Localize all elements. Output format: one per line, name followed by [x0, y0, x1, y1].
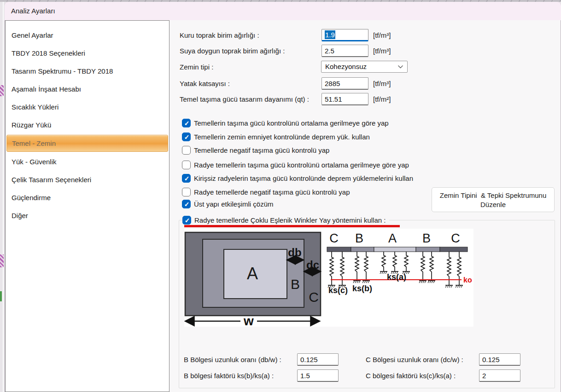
background-divider: [3, 2, 4, 392]
ks-b-label: ks(b): [352, 284, 372, 293]
zemin-tipi-spektrum-duzenle-button[interactable]: Zemin Tipini & Tepki Spektrumunu Düzenle: [432, 187, 555, 212]
unit-label: [tf/m²]: [373, 93, 391, 105]
label-yatak-katsayisi: Yatak katsayısı :: [180, 77, 230, 90]
zone-label: C: [451, 231, 460, 245]
input-yatak-katsayisi[interactable]: [321, 77, 368, 90]
label-dc-w: C Bölgesi uzunluk oranı (dc/w) :: [366, 353, 463, 366]
checkbox-row-negatif-tasima[interactable]: Temellerde negatif taşıma gücü kontrolü …: [182, 145, 329, 155]
input-doygun-birim-agirlik[interactable]: [321, 45, 368, 57]
checkbox-icon[interactable]: [182, 119, 191, 127]
region-a-label: A: [247, 264, 258, 283]
bar-segment-a: [374, 247, 416, 252]
zone-label: C: [329, 231, 339, 245]
checkbox-label: Kirişsiz radyelerin taşıma gücü kontrolü…: [194, 174, 413, 182]
checkbox-row-coklu-winkler[interactable]: Radye temellerde Çoklu Eşlenik Winkler Y…: [182, 215, 389, 225]
dialog-title: Analiz Ayarları: [5, 2, 561, 20]
input-ks-b[interactable]: [297, 369, 339, 382]
checkbox-row-radye-negatif[interactable]: Radye temellerde negatif taşıma gücü kon…: [182, 187, 350, 196]
checkbox-label: Temellerin taşıma gücü kontrolünü ortala…: [194, 119, 389, 127]
checkbox-row-zemin-emniyet[interactable]: Temellerin zemin emniyet kontrolünde dep…: [182, 132, 370, 141]
bar-segment-b: [351, 247, 374, 252]
zone-label: A: [388, 231, 397, 245]
winkler-diagram: A B C db dc w C B A B C ko ks(c) ks(b) k…: [184, 229, 473, 327]
input-qt[interactable]: [321, 93, 368, 105]
label-qt: Temel taşıma gücü tasarım dayanımı (qt) …: [180, 93, 309, 105]
label-db-w: B Bölgesi uzunluk oranı (db/w) :: [184, 353, 281, 366]
red-annotation-line: [184, 225, 400, 227]
checkbox-label: Üst yapı etkileşimli çözüm: [194, 200, 274, 208]
checkbox-icon[interactable]: [182, 216, 191, 225]
checkbox-icon[interactable]: [182, 133, 191, 141]
dim-dc-label: dc: [306, 259, 319, 271]
sidebar-item-tasarim-spektrumu[interactable]: Tasarım Spektrumu - TBDY 2018: [6, 62, 169, 80]
bar-segment-b: [416, 247, 440, 252]
label-doygun-birim-agirlik: Suya doygun toprak birim ağırlığı :: [180, 45, 285, 57]
checkbox-icon[interactable]: [182, 146, 191, 155]
sidebar-item-sicaklik-yukleri[interactable]: Sıcaklık Yükleri: [6, 98, 169, 116]
sidebar-item-asamali-insaat[interactable]: Aşamalı İnşaat Hesabı: [6, 80, 169, 98]
dim-db-label: db: [288, 246, 301, 259]
label-ks-b: B bölgesi faktörü ks(b)/ks(a) :: [184, 369, 274, 382]
zone-label: B: [422, 231, 431, 245]
sidebar-item-tbdy-2018[interactable]: TBDY 2018 Seçenekleri: [6, 44, 169, 62]
checkbox-label: Temellerde negatif taşıma gücü kontrolü …: [194, 146, 329, 154]
input-ks-c[interactable]: [479, 369, 520, 382]
input-db-w[interactable]: [297, 353, 339, 366]
sidebar-item-yuk-guvenlik[interactable]: Yük - Güvenlik: [6, 153, 169, 171]
sidebar-item-guclendirme[interactable]: Güçlendirme: [6, 189, 169, 207]
checkbox-label: Radye temellerde negatif taşıma gücü kon…: [194, 188, 350, 196]
winkler-legend-label: Radye temellerde Çoklu Eşlenik Winkler Y…: [194, 216, 386, 224]
background-left-strip: [0, 2, 5, 392]
sidebar-item-temel-zemin[interactable]: Temel - Zemin: [6, 135, 168, 152]
settings-category-list: Genel Ayarlar TBDY 2018 Seçenekleri Tasa…: [5, 20, 169, 392]
checkbox-row-ust-yapi[interactable]: Üst yapı etkileşimli çözüm: [182, 199, 274, 208]
checkbox-icon[interactable]: [182, 200, 191, 208]
sidebar-item-celik-tasarim[interactable]: Çelik Tasarım Seçenekleri: [6, 171, 169, 189]
checkbox-label: Temellerin zemin emniyet kontrolünde dep…: [194, 133, 370, 141]
label-kuru-birim-agirlik: Kuru toprak birim ağırlığı :: [180, 29, 259, 41]
select-zemin-tipi[interactable]: Kohezyonsuz: [321, 61, 408, 73]
ks-c-label: ks(c): [328, 286, 348, 295]
background-artifact: [0, 254, 4, 267]
background-artifact: [0, 85, 4, 96]
unit-label: [tf/m³]: [373, 29, 391, 41]
background-artifact: [0, 291, 2, 301]
ko-label: ko: [463, 276, 472, 284]
checkbox-icon[interactable]: [182, 174, 191, 183]
checkbox-label: Radye temellerin taşıma gücü kontrolünü …: [194, 161, 409, 169]
region-c-label: C: [309, 289, 319, 305]
checkbox-icon[interactable]: [182, 188, 191, 196]
checkbox-row-temel-ortalama[interactable]: Temellerin taşıma gücü kontrolünü ortala…: [182, 118, 389, 127]
dim-w-label: w: [243, 314, 254, 327]
checkbox-icon[interactable]: [182, 161, 191, 169]
selected-text: 1.9: [325, 30, 335, 39]
label-zemin-tipi: Zemin tipi :: [180, 61, 213, 73]
bar-segment-c: [440, 247, 468, 252]
select-value: Kohezyonsuz: [325, 61, 367, 72]
checkbox-row-kirissiz-radye[interactable]: Kirişsiz radyelerin taşıma gücü kontrolü…: [182, 173, 413, 183]
sidebar-item-ruzgar-yuku[interactable]: Rüzgar Yükü: [6, 116, 169, 134]
input-dc-w[interactable]: [479, 353, 520, 366]
label-ks-c: C bölgesi faktörü ks(c)/ks(a) :: [366, 369, 456, 382]
checkbox-row-radye-ortalama[interactable]: Radye temellerin taşıma gücü kontrolünü …: [182, 160, 409, 169]
unit-label: [tf/m³]: [373, 45, 391, 57]
region-b-label: B: [291, 277, 300, 292]
bar-segment-c: [327, 247, 351, 252]
ks-a-label: ks(a): [387, 272, 406, 282]
sidebar-item-genel-ayarlar[interactable]: Genel Ayarlar: [6, 26, 169, 44]
chevron-down-icon: [397, 65, 403, 69]
unit-label: [tf/m³]: [373, 77, 391, 90]
zone-label: B: [355, 231, 363, 245]
sidebar-item-diger[interactable]: Diğer: [6, 207, 169, 225]
input-kuru-birim-agirlik[interactable]: 1.9: [321, 29, 368, 41]
